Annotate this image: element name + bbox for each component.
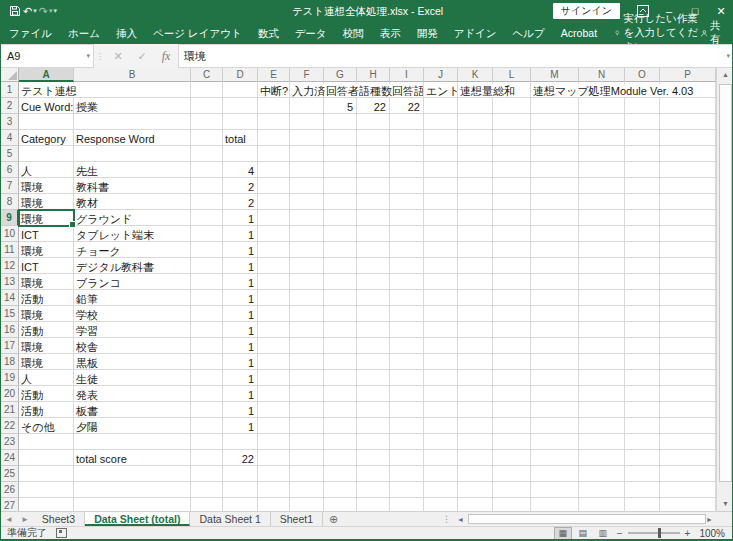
- grid-cell-D22[interactable]: 1: [224, 420, 254, 433]
- column-header-I[interactable]: I: [390, 68, 424, 82]
- grid-cell-A4[interactable]: Category: [21, 132, 66, 145]
- row-header-25[interactable]: 25: [1, 466, 19, 482]
- tab-next-icon[interactable]: ►: [21, 515, 29, 524]
- selection-box[interactable]: [18, 209, 75, 227]
- formula-bar-handle[interactable]: ⋮: [94, 44, 106, 68]
- row-header-18[interactable]: 18: [1, 354, 19, 370]
- grid-cell-B7[interactable]: 教科書: [76, 180, 109, 193]
- row-header-14[interactable]: 14: [1, 290, 19, 306]
- grid-cell-I2[interactable]: 22: [391, 100, 420, 113]
- row-header-20[interactable]: 20: [1, 386, 19, 402]
- grid-cell-B16[interactable]: 学習: [76, 324, 98, 337]
- column-header-H[interactable]: H: [357, 68, 390, 82]
- grid-cell-D8[interactable]: 2: [224, 196, 254, 209]
- row-header-1[interactable]: 1: [1, 82, 19, 98]
- grid-cell-B19[interactable]: 生徒: [76, 372, 98, 385]
- grid-cell-A14[interactable]: 活動: [21, 292, 43, 305]
- share-button[interactable]: 共有: [701, 19, 733, 47]
- redo-dropdown-icon[interactable]: ▾: [49, 0, 53, 22]
- grid-cell-D21[interactable]: 1: [224, 404, 254, 417]
- column-header-O[interactable]: O: [625, 68, 660, 82]
- scroll-left-icon[interactable]: ◄: [454, 516, 467, 523]
- grid-cell-H1[interactable]: 語種数: [359, 84, 392, 97]
- grid-cell-D10[interactable]: 1: [224, 228, 254, 241]
- grid-cell-B8[interactable]: 教材: [76, 196, 98, 209]
- grid-cell-B4[interactable]: Response Word: [76, 132, 155, 145]
- grid-cell-M1[interactable]: 連想マップ処理Module Ver. 4.03: [533, 84, 693, 97]
- grid-cell-F1[interactable]: 入力済: [292, 84, 325, 97]
- grid-cell-A10[interactable]: ICT: [21, 228, 39, 241]
- grid-cell-B17[interactable]: 校舎: [76, 340, 98, 353]
- grid-cell-E1[interactable]: 中断?: [260, 84, 288, 97]
- zoom-slider-thumb[interactable]: [658, 528, 661, 538]
- grid-cell-D24[interactable]: 22: [224, 452, 254, 465]
- column-header-P[interactable]: P: [660, 68, 716, 82]
- tab-splitter-handle[interactable]: ⋮: [439, 514, 454, 524]
- ribbon-tab-ホーム[interactable]: ホーム: [60, 22, 108, 44]
- undo-dropdown-icon[interactable]: ▾: [33, 0, 37, 22]
- grid-cell-D16[interactable]: 1: [224, 324, 254, 337]
- normal-view-button[interactable]: ▦: [554, 527, 572, 540]
- grid-cell-D17[interactable]: 1: [224, 340, 254, 353]
- name-box-dropdown-icon[interactable]: ▾: [86, 52, 93, 60]
- sheet-tab-sheet3[interactable]: Sheet3: [33, 512, 85, 526]
- fill-handle[interactable]: [69, 221, 76, 228]
- row-header-23[interactable]: 23: [1, 434, 19, 450]
- cancel-icon[interactable]: ✕: [106, 50, 130, 63]
- grid-cell-D4[interactable]: total: [225, 132, 246, 145]
- grid-cell-A19[interactable]: 人: [21, 372, 32, 385]
- grid-cell-A1[interactable]: テスト連想: [21, 84, 77, 97]
- select-all-corner[interactable]: [1, 68, 19, 82]
- grid-cell-A18[interactable]: 環境: [21, 356, 43, 369]
- column-header-L[interactable]: L: [493, 68, 531, 82]
- grid-cell-D7[interactable]: 2: [224, 180, 254, 193]
- row-header-19[interactable]: 19: [1, 370, 19, 386]
- column-header-G[interactable]: G: [324, 68, 357, 82]
- row-header-21[interactable]: 21: [1, 402, 19, 418]
- grid-cell-B21[interactable]: 板書: [76, 404, 98, 417]
- row-header-27[interactable]: 27: [1, 498, 19, 511]
- row-header-7[interactable]: 7: [1, 178, 19, 194]
- row-header-3[interactable]: 3: [1, 114, 19, 130]
- grid-cell-A13[interactable]: 環境: [21, 276, 43, 289]
- grid-cell-B15[interactable]: 学校: [76, 308, 98, 321]
- grid-cell-B20[interactable]: 発表: [76, 388, 98, 401]
- grid-cell-D18[interactable]: 1: [224, 356, 254, 369]
- row-header-13[interactable]: 13: [1, 274, 19, 290]
- ribbon-tab-数式[interactable]: 数式: [250, 22, 287, 44]
- row-header-17[interactable]: 17: [1, 338, 19, 354]
- grid-cell-D6[interactable]: 4: [224, 164, 254, 177]
- column-header-B[interactable]: B: [74, 68, 191, 82]
- column-header-N[interactable]: N: [579, 68, 625, 82]
- enter-icon[interactable]: ✓: [130, 50, 154, 63]
- formula-bar-expand-icon[interactable]: ▾: [726, 52, 733, 60]
- grid-cell-D19[interactable]: 1: [224, 372, 254, 385]
- grid-cell-K1[interactable]: 連想量総和: [460, 84, 515, 97]
- grid-cell-B12[interactable]: デジタル教科書: [76, 260, 154, 273]
- formula-input[interactable]: 環境 ▾: [178, 44, 733, 68]
- grid-cell-D13[interactable]: 1: [224, 276, 254, 289]
- zoom-level-label[interactable]: 100%: [695, 528, 730, 539]
- sheet-tab-data-sheet-total-[interactable]: Data Sheet (total): [85, 512, 190, 526]
- undo-button[interactable]: ↶: [23, 0, 32, 22]
- row-header-12[interactable]: 12: [1, 258, 19, 274]
- insert-function-icon[interactable]: fx: [154, 49, 178, 64]
- grid-cell-D9[interactable]: 1: [224, 212, 254, 225]
- row-header-15[interactable]: 15: [1, 306, 19, 322]
- horizontal-scrollbar[interactable]: ⋮ ◄ ►: [439, 512, 716, 526]
- vertical-scroll-thumb[interactable]: [719, 84, 732, 482]
- grid-cell-B14[interactable]: 鉛筆: [76, 292, 98, 305]
- vertical-scrollbar[interactable]: ▲ ▼: [716, 68, 733, 511]
- row-header-2[interactable]: 2: [1, 98, 19, 114]
- ribbon-tab-挿入[interactable]: 挿入: [108, 22, 145, 44]
- grid-cell-A20[interactable]: 活動: [21, 388, 43, 401]
- name-box[interactable]: A9 ▾: [1, 44, 94, 68]
- grid-cell-B11[interactable]: チョーク: [76, 244, 121, 257]
- tab-prev-icon[interactable]: ◄: [5, 515, 13, 524]
- zoom-out-button[interactable]: −: [614, 528, 626, 539]
- grid-cell-I1[interactable]: 回答語総: [392, 84, 423, 97]
- column-header-J[interactable]: J: [424, 68, 458, 82]
- grid-cell-B24[interactable]: total score: [76, 452, 127, 465]
- column-header-A[interactable]: A: [19, 68, 74, 82]
- add-sheet-button[interactable]: ⊕: [323, 512, 344, 526]
